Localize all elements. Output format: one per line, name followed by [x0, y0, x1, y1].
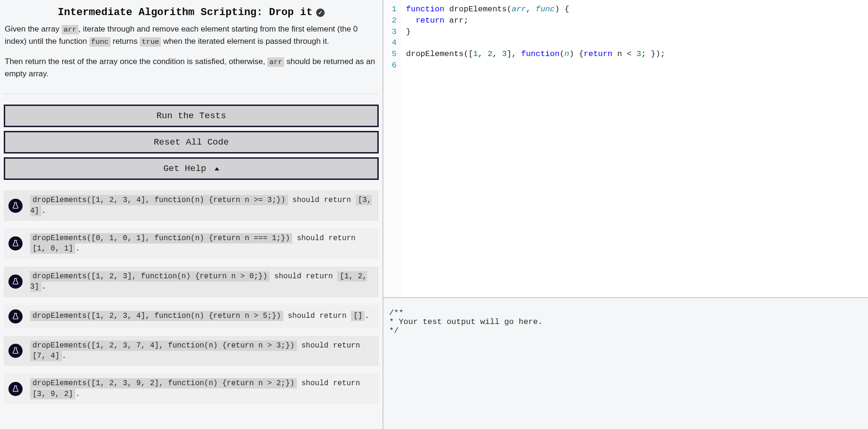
test-text: dropElements([0, 1, 0, 1], function(n) {…	[30, 233, 374, 254]
get-help-button[interactable]: Get Help	[4, 157, 379, 180]
console-output: /** * Your test output will go here. */	[383, 297, 868, 429]
code-content[interactable]: function dropElements(arr, func) { retur…	[401, 0, 670, 297]
test-text: dropElements([1, 2, 3], function(n) {ret…	[30, 271, 374, 292]
test-text: dropElements([1, 2, 3, 4], function(n) {…	[30, 195, 374, 216]
inline-code-func: func	[89, 37, 111, 47]
description-paragraph-1: Given the array arr, iterate through and…	[5, 23, 378, 48]
test-row: dropElements([1, 2, 3], function(n) {ret…	[4, 267, 379, 297]
reset-code-button[interactable]: Reset All Code	[4, 131, 379, 154]
test-text: dropElements([1, 2, 3, 7, 4], function(n…	[30, 340, 374, 362]
challenge-description: Given the array arr, iterate through and…	[4, 23, 379, 94]
description-paragraph-2: Then return the rest of the array once t…	[5, 56, 378, 80]
flask-icon	[8, 309, 23, 324]
test-row: dropElements([0, 1, 0, 1], function(n) {…	[4, 228, 379, 259]
challenge-title: Intermediate Algorithm Scripting: Drop i…	[58, 7, 325, 18]
line-gutter: 1 2 3 4 5 6	[383, 0, 401, 297]
instructions-panel: Intermediate Algorithm Scripting: Drop i…	[0, 0, 383, 429]
completed-checkmark-icon: ✓	[316, 8, 325, 17]
caret-up-icon	[215, 167, 219, 170]
flask-icon	[8, 275, 23, 289]
title-text: Intermediate Algorithm Scripting: Drop i…	[58, 7, 312, 18]
divider	[4, 94, 379, 94]
inline-code-true: true	[140, 37, 161, 47]
run-tests-button[interactable]: Run the Tests	[4, 105, 379, 127]
test-text: dropElements([1, 2, 3, 9, 2], function(n…	[30, 378, 374, 399]
flask-icon	[8, 199, 23, 213]
test-text: dropElements([1, 2, 3, 4], function(n) {…	[30, 311, 369, 321]
test-row: dropElements([1, 2, 3, 4], function(n) {…	[4, 305, 379, 328]
get-help-label: Get Help	[163, 163, 206, 174]
test-row: dropElements([1, 2, 3, 4], function(n) {…	[4, 190, 379, 221]
flask-icon	[8, 382, 23, 396]
test-row: dropElements([1, 2, 3, 9, 2], function(n…	[4, 373, 379, 404]
code-editor[interactable]: 1 2 3 4 5 6 function dropElements(arr, f…	[383, 0, 868, 297]
tests-list: dropElements([1, 2, 3, 4], function(n) {…	[4, 190, 379, 404]
flask-icon	[8, 344, 23, 358]
test-row: dropElements([1, 2, 3, 7, 4], function(n…	[4, 336, 379, 366]
flask-icon	[8, 236, 23, 251]
code-panel: 1 2 3 4 5 6 function dropElements(arr, f…	[383, 0, 868, 429]
inline-code-arr-2: arr	[267, 57, 284, 67]
title-row: Intermediate Algorithm Scripting: Drop i…	[4, 0, 379, 23]
inline-code-arr: arr	[62, 25, 79, 34]
